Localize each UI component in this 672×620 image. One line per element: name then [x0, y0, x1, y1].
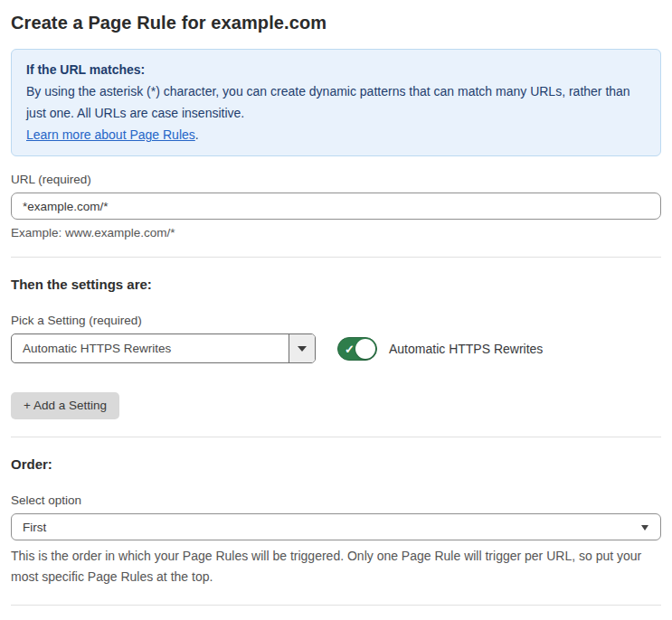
- divider: [11, 437, 661, 437]
- select-option-label: Select option: [11, 493, 661, 507]
- url-matches-info-box: If the URL matches: By using the asteris…: [11, 49, 661, 156]
- setting-row: Automatic HTTPS Rewrites ✓ Automatic HTT…: [11, 333, 661, 363]
- pick-setting-label: Pick a Setting (required): [11, 314, 661, 327]
- info-box-body: By using the asterisk (*) character, you…: [26, 80, 646, 124]
- https-rewrites-toggle[interactable]: ✓: [337, 337, 377, 361]
- page-title: Create a Page Rule for example.com: [11, 13, 661, 33]
- info-box-link-line: Learn more about Page Rules.: [26, 124, 646, 146]
- learn-more-link[interactable]: Learn more about Page Rules: [26, 127, 195, 142]
- order-select[interactable]: First: [11, 513, 661, 540]
- order-heading: Order:: [11, 456, 661, 472]
- order-help-text: This is the order in which your Page Rul…: [11, 546, 661, 587]
- chevron-down-icon: [298, 346, 307, 352]
- link-period: .: [195, 127, 199, 142]
- setting-select-dropdown-button[interactable]: [289, 334, 315, 362]
- url-label: URL (required): [11, 173, 661, 186]
- setting-select[interactable]: Automatic HTTPS Rewrites: [11, 333, 316, 363]
- divider: [11, 605, 661, 606]
- create-page-rule-form: Create a Page Rule for example.com If th…: [0, 0, 672, 620]
- setting-select-value: Automatic HTTPS Rewrites: [12, 334, 289, 362]
- toggle-label: Automatic HTTPS Rewrites: [389, 342, 543, 356]
- chevron-down-icon: [641, 525, 648, 531]
- check-icon: ✓: [345, 342, 355, 357]
- order-select-value: First: [23, 521, 46, 534]
- settings-heading: Then the settings are:: [11, 277, 661, 292]
- url-example-hint: Example: www.example.com/*: [11, 226, 661, 240]
- url-input[interactable]: [11, 193, 661, 220]
- add-setting-button[interactable]: + Add a Setting: [11, 392, 119, 419]
- info-box-heading: If the URL matches:: [26, 59, 646, 80]
- divider: [11, 257, 661, 258]
- toggle-knob: [355, 339, 375, 359]
